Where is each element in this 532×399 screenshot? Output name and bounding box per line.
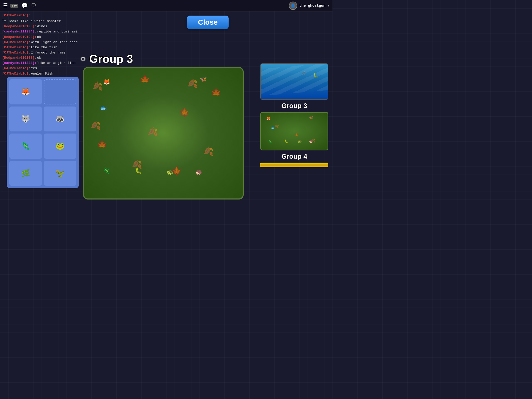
chat-username: [Redpanda010108]: — [2, 55, 37, 61]
mini-creature: 🦎 — [268, 139, 272, 143]
water-wave — [260, 63, 328, 97]
top-bar: ☰ 13+ 💬 🗨 👤 the_ghostgun ▼ — [0, 0, 332, 11]
map-creature[interactable]: 🐟 — [100, 105, 107, 112]
chat-username: [CJTheDiablo]: — [2, 71, 30, 76]
chat-message-text: reptide and Luminami — [37, 29, 78, 34]
chat-line: [Redpanda010108]: dinos — [2, 24, 81, 29]
chat-line: [Redpanda010108]: ok — [2, 55, 81, 61]
group-title-area: ⚙ Group 3 — [81, 52, 133, 65]
mini-creature: 🦔 — [309, 139, 313, 143]
party-slot-1[interactable]: 🦊 — [9, 79, 42, 104]
chat-message-text: dinos — [37, 24, 47, 29]
mini-leaf: 🍁 — [294, 133, 299, 137]
chat-message-text: Yes — [31, 66, 37, 71]
mini-creature: 🐟 — [271, 126, 275, 130]
right-panel: 🦟 🐛 Group 3 🍂 🍁 🍂 🦊 🦋 🐟 🦎 🐛 🐢 🦔 Group 4 — [260, 63, 328, 167]
map-leaf: 🍂 — [203, 146, 214, 157]
mini-creature: 🦊 — [266, 116, 270, 121]
chat-line: [candyskull1234]: reptide and Luminami — [2, 29, 81, 34]
chat-message-text: Angler Fish — [31, 71, 53, 76]
map-leaf: 🍂 — [148, 127, 158, 137]
water-creature: 🦟 — [301, 70, 306, 75]
chat-username: [CJTheDiablo]: — [2, 13, 30, 18]
map-leaf: 🍂 — [92, 81, 103, 91]
chat-line: [CJTheDiablo]: Yes — [2, 66, 81, 71]
notification-badge[interactable]: 13+ — [10, 4, 18, 8]
chat-line: [CJTheDiablo]: Angler Fish — [2, 71, 81, 76]
user-area: 👤 the_ghostgun ▼ — [289, 2, 329, 10]
group-title: Group 3 — [89, 52, 133, 65]
chat-icon2[interactable]: 🗨 — [31, 3, 36, 9]
avatar: 👤 — [289, 2, 297, 10]
water-creature: 🐛 — [313, 73, 318, 78]
map-leaf: 🍁 — [97, 140, 107, 150]
party-slot-2[interactable] — [44, 79, 76, 104]
gear-icon[interactable]: ⚙ — [81, 54, 85, 64]
map-leaf: 🍁 — [140, 75, 150, 85]
chat-message-text: ok — [37, 35, 41, 40]
mini-creature: 🐛 — [284, 139, 289, 143]
party-slot-3[interactable]: 🐺 — [9, 107, 42, 132]
main-map: 🍂 🍁 🍂 🍁 🍂 🍁 🍂 🍁 🍂 🍁 🍂 🦊 🦋 🐟 🦎 🐛 🐢 🦔 — [83, 67, 244, 200]
chat-icon[interactable]: 💬 — [21, 2, 28, 9]
group4-label[interactable]: Group 4 — [260, 152, 328, 161]
party-slot-4[interactable]: 🦝 — [44, 107, 76, 132]
party-slot-8[interactable]: 🦖 — [44, 161, 76, 186]
chat-message-text: It looks like a water monster — [2, 19, 61, 24]
hamburger-icon[interactable]: ☰ — [3, 2, 8, 9]
party-slot-7[interactable]: 🌿 — [9, 161, 42, 186]
mini-map[interactable]: 🍂 🍁 🍂 🦊 🦋 🐟 🦎 🐛 🐢 🦔 — [260, 112, 328, 150]
mini-creature: 🦋 — [309, 116, 313, 120]
group3-label[interactable]: Group 3 — [260, 102, 328, 110]
map-creature[interactable]: 🦔 — [195, 169, 202, 176]
party-panel: 🦊 🐺 🦝 🦎 🐸 🌿 🦖 — [7, 77, 79, 188]
chat-message-text: Like the fish — [31, 45, 57, 50]
chat-line: [candyskull1234]: like an angler fish — [2, 61, 81, 66]
chat-panel: [CJTheDiablo]: It looks like a water mon… — [0, 11, 83, 79]
map-creature[interactable]: 🦊 — [103, 78, 110, 85]
chat-line: [CJTheDiablo]: Like the fish — [2, 45, 81, 50]
chat-username: [CJTheDiablo]: — [2, 66, 30, 71]
mini-creature: 🐢 — [298, 139, 302, 143]
chat-message-text: With light on it's head — [31, 40, 77, 45]
map-leaf: 🍂 — [90, 120, 101, 131]
map-leaf: 🍂 — [187, 78, 198, 89]
chat-line: [CJTheDiablo]: With light on it's head — [2, 40, 81, 45]
chat-line: [Redpanda010108]: ok — [2, 35, 81, 40]
map-leaf: 🍁 — [179, 107, 190, 118]
party-slot-6[interactable]: 🐸 — [44, 134, 76, 159]
chat-line: [CJTheDiablo]: It looks like a water mon… — [2, 13, 81, 24]
party-slot-5[interactable]: 🦎 — [9, 134, 42, 159]
map-leaf: 🍁 — [211, 88, 221, 98]
chat-username: [Redpanda010108]: — [2, 35, 37, 40]
chat-message-text: I forgot the name — [31, 50, 65, 55]
chat-message-text: like an angler fish — [37, 61, 76, 66]
chat-username: [candyskull1234]: — [2, 61, 37, 66]
chat-line: [CJTheDiablo]: I forgot the name — [2, 50, 81, 55]
chat-username: [CJTheDiablo]: — [2, 50, 30, 55]
map-creature[interactable]: 🐢 — [167, 169, 174, 176]
dropdown-arrow-icon[interactable]: ▼ — [328, 4, 329, 8]
chat-username: [CJTheDiablo]: — [2, 45, 30, 50]
chat-username: [CJTheDiablo]: — [2, 40, 30, 45]
close-button[interactable]: Close — [187, 16, 229, 29]
chat-username: [candyskull1234]: — [2, 29, 37, 34]
chat-username: [Redpanda010108]: — [2, 24, 37, 29]
username-label: the_ghostgun — [299, 4, 325, 8]
gold-bar — [260, 163, 328, 167]
map-creature[interactable]: 🐛 — [135, 167, 142, 174]
map-creature[interactable]: 🦋 — [200, 76, 207, 83]
map-creature[interactable]: 🦎 — [103, 167, 110, 174]
water-scene: 🦟 🐛 — [260, 63, 328, 100]
chat-message-text: ok — [37, 55, 41, 61]
